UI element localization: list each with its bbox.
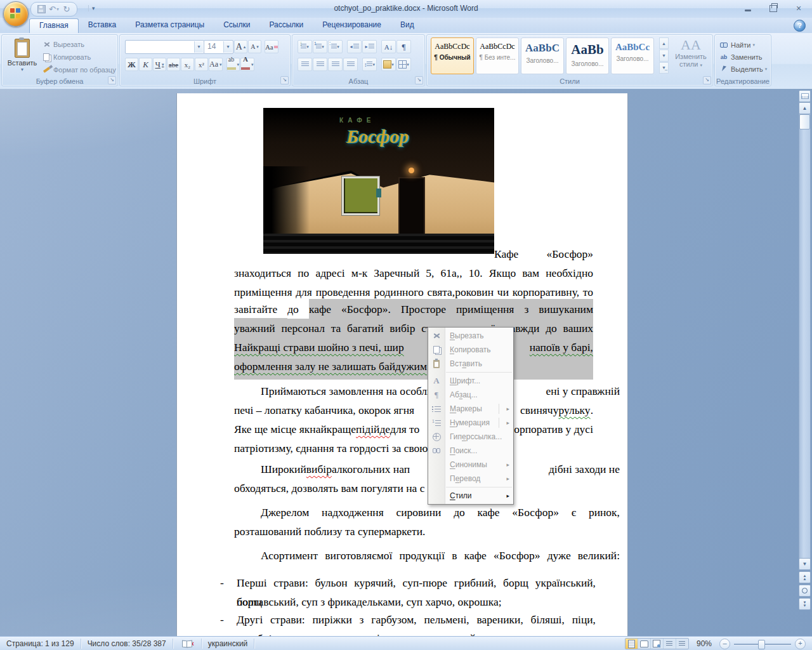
context-menu-item-label: Нумерация: [450, 418, 490, 427]
scrollbar-thumb[interactable]: [799, 114, 810, 129]
zoom-level[interactable]: 90%: [697, 639, 712, 648]
tab-mailings[interactable]: Рассылки: [259, 18, 313, 33]
cut-button[interactable]: Вырезать: [41, 39, 116, 50]
zoom-slider[interactable]: [734, 639, 791, 649]
scissors-icon: [43, 41, 50, 48]
shrink-font-button[interactable]: А▾: [248, 40, 261, 53]
clipboard-dialog-launcher[interactable]: ↘: [108, 76, 116, 84]
cafe-photo[interactable]: КАФЕ Босфор: [263, 108, 494, 254]
borders-button[interactable]: ▾: [396, 58, 411, 71]
styles-gallery-expand-button[interactable]: ▼̲: [659, 62, 669, 74]
subscript-button[interactable]: x₂: [181, 58, 194, 71]
change-styles-button[interactable]: АА Изменить стили ▾: [673, 37, 709, 76]
scroll-up-button[interactable]: ▲: [799, 102, 811, 114]
justify-button[interactable]: [343, 58, 358, 71]
styles-scroll-up-button[interactable]: ▲: [659, 37, 669, 49]
align-right-button[interactable]: [328, 58, 343, 71]
sort-button[interactable]: А↓: [381, 40, 396, 53]
scroll-down-button[interactable]: ▼: [799, 558, 811, 570]
align-left-button[interactable]: [298, 58, 312, 71]
show-marks-button[interactable]: ¶: [396, 40, 411, 53]
context-menu-item[interactable]: Нумерация▸: [428, 416, 513, 430]
language-indicator[interactable]: украинский: [202, 639, 255, 649]
paragraph-dialog-launcher[interactable]: ↘: [415, 76, 423, 84]
italic-button[interactable]: К: [139, 58, 152, 71]
copy-button[interactable]: Копировать: [41, 51, 116, 63]
draft-view-button[interactable]: [676, 639, 688, 649]
word-count[interactable]: Число слов: 35/28 387: [81, 639, 173, 649]
select-browse-object-button[interactable]: [799, 585, 811, 597]
style-chip-2[interactable]: AaBbCcDc¶ Без инте...: [476, 37, 519, 74]
highlight-button[interactable]: ab▾: [226, 58, 240, 71]
paste-button[interactable]: Вставить ▾: [6, 37, 39, 76]
style-chip-1[interactable]: AaBbCcDc¶ Обычный: [431, 37, 474, 74]
zoom-in-button[interactable]: +: [795, 639, 806, 649]
context-menu-item[interactable]: Вырезать: [428, 329, 513, 343]
tab-insert[interactable]: Вставка: [79, 18, 126, 33]
align-center-button[interactable]: [313, 58, 327, 71]
numbering-button[interactable]: 1▾: [313, 40, 327, 53]
minimize-button[interactable]: [740, 3, 756, 13]
clear-formatting-button[interactable]: Аа: [265, 40, 278, 53]
fullscreen-reading-view-button[interactable]: [638, 639, 651, 649]
context-menu-item[interactable]: АШрифт...: [428, 374, 513, 388]
change-case-button[interactable]: Aa▾: [209, 58, 223, 71]
style-name: Заголово...: [612, 55, 653, 62]
shading-button[interactable]: ▾: [381, 58, 396, 71]
style-chip-4[interactable]: AaBbЗаголово...: [566, 37, 609, 74]
zoom-out-button[interactable]: –: [719, 639, 730, 649]
restore-button[interactable]: [765, 3, 782, 13]
tab-references[interactable]: Ссылки: [214, 18, 259, 33]
ruler-toggle-button[interactable]: [799, 90, 811, 102]
context-menu-item[interactable]: Стили▸: [428, 489, 513, 503]
format-painter-button[interactable]: Формат по образцу: [41, 64, 116, 76]
close-button[interactable]: ×: [790, 3, 807, 13]
line-spacing-button[interactable]: ↕▾: [362, 58, 377, 71]
styles-scroll-down-button[interactable]: ▼: [659, 50, 669, 61]
scrollbar-track[interactable]: [799, 102, 811, 570]
font-name-combo[interactable]: ▾: [125, 40, 204, 54]
document-page[interactable]: КАФЕ Босфор Кафе«Босфор»знаходиться по а…: [176, 93, 628, 636]
context-menu-item[interactable]: Поиск...: [428, 444, 513, 458]
outline-view-button[interactable]: [664, 639, 676, 649]
tab-page-layout[interactable]: Разметка страницы: [126, 18, 214, 33]
page-indicator[interactable]: Страница: 1 из 129: [0, 639, 81, 649]
sort-icon: А↓: [384, 43, 393, 51]
decrease-indent-button[interactable]: ◂: [347, 40, 362, 53]
context-menu-item[interactable]: Копировать: [428, 343, 513, 357]
help-button[interactable]: ?: [794, 20, 806, 32]
style-chip-3[interactable]: AaBbCЗаголово...: [521, 37, 564, 74]
font-color-button[interactable]: А▾: [240, 58, 254, 71]
tab-view[interactable]: Вид: [391, 18, 424, 33]
previous-page-button[interactable]: ▲▲: [799, 571, 811, 583]
context-menu-item[interactable]: ¶Абзац...: [428, 388, 513, 402]
replace-button[interactable]: abЗаменить: [715, 51, 771, 63]
grow-font-button[interactable]: А▴: [234, 40, 247, 53]
underline-button[interactable]: Ч▾: [153, 58, 166, 71]
context-menu-item[interactable]: Синонимы▸: [428, 458, 513, 472]
web-layout-view-button[interactable]: [651, 639, 664, 649]
context-menu-item[interactable]: Перевод▸: [428, 472, 513, 486]
context-menu-item[interactable]: Гиперссылка...: [428, 430, 513, 444]
tab-home[interactable]: Главная: [29, 18, 79, 33]
select-button[interactable]: Выделить▾: [715, 63, 771, 75]
font-dialog-launcher[interactable]: ↘: [280, 76, 289, 84]
zoom-slider-thumb[interactable]: [758, 640, 765, 649]
multilevel-list-button[interactable]: ⁚▾: [328, 40, 343, 53]
superscript-button[interactable]: x²: [195, 58, 208, 71]
next-page-button[interactable]: ▼▼: [799, 598, 811, 610]
context-menu-item[interactable]: Маркеры▸: [428, 402, 513, 416]
context-menu-item[interactable]: Вставить: [428, 357, 513, 371]
font-size-combo[interactable]: 14 ▾: [204, 40, 233, 54]
tab-review[interactable]: Рецензирование: [313, 18, 391, 33]
find-button[interactable]: Найти▾: [715, 39, 771, 51]
bold-button[interactable]: Ж: [125, 58, 138, 71]
strikethrough-button[interactable]: abe: [167, 58, 180, 71]
proofing-status[interactable]: ×: [173, 639, 202, 649]
office-button[interactable]: [3, 1, 29, 27]
increase-indent-button[interactable]: ▸: [362, 40, 377, 53]
print-layout-view-button[interactable]: [625, 639, 638, 649]
bullets-button[interactable]: ⋮▾: [298, 40, 312, 53]
style-chip-5[interactable]: AaBbCcЗаголово...: [611, 37, 654, 74]
styles-dialog-launcher[interactable]: ↘: [703, 76, 711, 84]
